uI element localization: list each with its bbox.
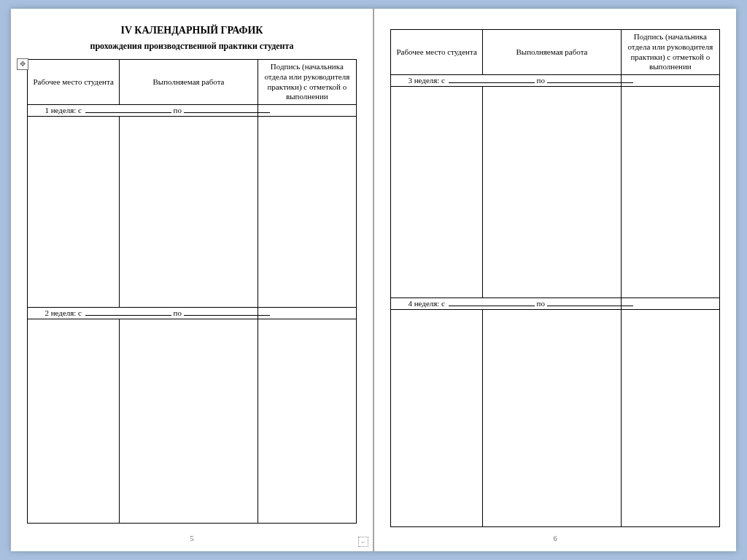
table-anchor-icon: ✥ [17,58,28,70]
page-number-right: 6 [390,532,720,542]
col-task: Выполняемая работа [120,60,258,105]
col-workplace: Рабочее место студента [391,30,483,75]
week-4-from-blank [449,299,535,306]
week-4-label: 4 неделя: с [394,299,446,309]
schedule-table-left: Рабочее место студента Выполняемая работ… [27,59,357,524]
week-1-to-blank [184,106,270,113]
week-2-from-blank [85,308,171,316]
week-1-label: 1 неделя: с [31,106,83,116]
week-to: по [537,76,545,85]
week-2-to-blank [184,308,270,316]
week-1-header: 1 неделя: с по [28,105,357,117]
document-spread: IV КАЛЕНДАРНЫЙ ГРАФИК прохождения произв… [11,9,736,551]
week-1-from-blank [85,106,171,113]
week-2-header: 2 неделя: с по [28,308,357,319]
week-4-header: 4 неделя: с по [391,298,720,310]
week-3-to-blank [547,76,633,83]
page-break-icon: ⌐ [358,537,368,547]
doc-subtitle: прохождения производственной практики ст… [27,41,357,52]
col-sign: Подпись (начальника отдела или руководит… [621,30,719,75]
week-4-to-blank [547,299,633,306]
schedule-table-right: Рабочее место студента Выполняемая работ… [390,29,720,527]
week-to: по [174,308,182,317]
col-sign: Подпись (начальника отдела или руководит… [258,60,356,105]
col-task: Выполняемая работа [483,30,621,75]
page-right: Рабочее место студента Выполняемая работ… [374,9,736,551]
week-3-label: 3 неделя: с [394,76,446,86]
col-workplace: Рабочее место студента [28,60,120,105]
week-1-body [28,117,357,308]
week-to: по [537,299,545,308]
doc-title: IV КАЛЕНДАРНЫЙ ГРАФИК [27,25,357,36]
week-2-label: 2 неделя: с [31,308,83,319]
page-number-left: 5 [27,532,357,542]
page-left: IV КАЛЕНДАРНЫЙ ГРАФИК прохождения произв… [11,9,374,551]
week-to: по [174,106,182,114]
week-2-body [28,319,357,524]
week-3-header: 3 неделя: с по [391,75,720,87]
week-3-body [391,87,720,298]
week-4-body [391,310,720,527]
week-3-from-blank [449,76,535,83]
